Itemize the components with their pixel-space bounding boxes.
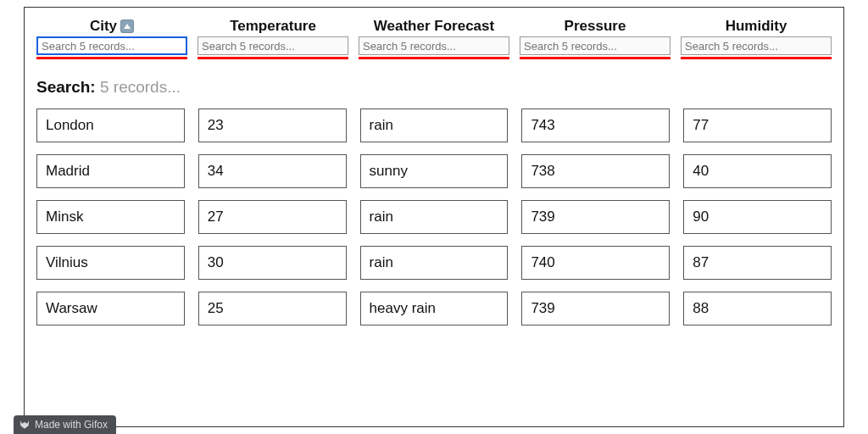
column-header-forecast: Weather Forecast — [359, 18, 509, 59]
column-header-pressure: Pressure — [520, 18, 670, 59]
badge-text: Made with Gifox — [35, 419, 108, 431]
cell-forecast: heavy rain — [360, 292, 509, 326]
header-underline — [198, 57, 348, 59]
column-title-row[interactable]: Temperature — [230, 18, 316, 35]
cell-forecast: rain — [360, 200, 509, 234]
column-title-row[interactable]: Humidity — [726, 18, 787, 35]
cell-pressure: 740 — [521, 246, 670, 280]
cell-city: Madrid — [36, 154, 185, 188]
cell-temperature: 34 — [198, 154, 347, 188]
search-label: Search: — [36, 78, 96, 96]
gifox-badge: Made with Gifox — [14, 415, 116, 434]
cell-temperature: 30 — [198, 246, 347, 280]
column-title: City — [90, 18, 117, 35]
cell-humidity: 90 — [683, 200, 832, 234]
cell-forecast: sunny — [360, 154, 509, 188]
cell-city: Vilnius — [36, 246, 185, 280]
column-title-row[interactable]: City — [90, 18, 134, 35]
column-title: Weather Forecast — [374, 18, 494, 35]
global-search-row: Search: 5 records... — [36, 78, 832, 97]
search-hint[interactable]: 5 records... — [100, 78, 181, 96]
column-header-temperature: Temperature — [198, 18, 348, 59]
app-frame: City Temperature Weather Forecast — [24, 7, 844, 427]
column-title: Humidity — [726, 18, 787, 35]
filter-input-pressure[interactable] — [520, 36, 670, 55]
column-title: Temperature — [230, 18, 316, 35]
filter-input-temperature[interactable] — [198, 36, 348, 55]
column-header-city: City — [36, 18, 187, 59]
column-headers: City Temperature Weather Forecast — [36, 18, 832, 59]
filter-input-forecast[interactable] — [359, 36, 509, 55]
sort-asc-icon[interactable] — [120, 19, 134, 33]
column-title-row[interactable]: Pressure — [565, 18, 626, 35]
filter-input-city[interactable] — [36, 36, 187, 55]
header-underline — [36, 57, 187, 59]
cell-city: Minsk — [36, 200, 185, 234]
column-title: Pressure — [565, 18, 626, 35]
header-underline — [359, 57, 509, 59]
filter-input-humidity[interactable] — [681, 36, 832, 55]
header-underline — [520, 57, 670, 59]
cell-temperature: 25 — [198, 292, 347, 326]
cell-forecast: rain — [360, 108, 509, 142]
cell-humidity: 77 — [683, 108, 832, 142]
column-header-humidity: Humidity — [681, 18, 832, 59]
cell-forecast: rain — [360, 246, 509, 280]
column-title-row[interactable]: Weather Forecast — [374, 18, 494, 35]
svg-marker-0 — [124, 24, 131, 29]
cell-humidity: 88 — [683, 292, 832, 326]
cell-pressure: 743 — [521, 108, 670, 142]
data-grid: London 23 rain 743 77 Madrid 34 sunny 73… — [36, 108, 832, 326]
cell-city: Warsaw — [36, 292, 185, 326]
cell-pressure: 738 — [521, 154, 670, 188]
cell-pressure: 739 — [521, 292, 670, 326]
fox-icon — [19, 419, 31, 431]
cell-humidity: 40 — [683, 154, 832, 188]
cell-temperature: 27 — [198, 200, 347, 234]
cell-humidity: 87 — [683, 246, 832, 280]
cell-city: London — [36, 108, 185, 142]
cell-temperature: 23 — [198, 108, 347, 142]
header-underline — [681, 57, 832, 59]
cell-pressure: 739 — [521, 200, 670, 234]
